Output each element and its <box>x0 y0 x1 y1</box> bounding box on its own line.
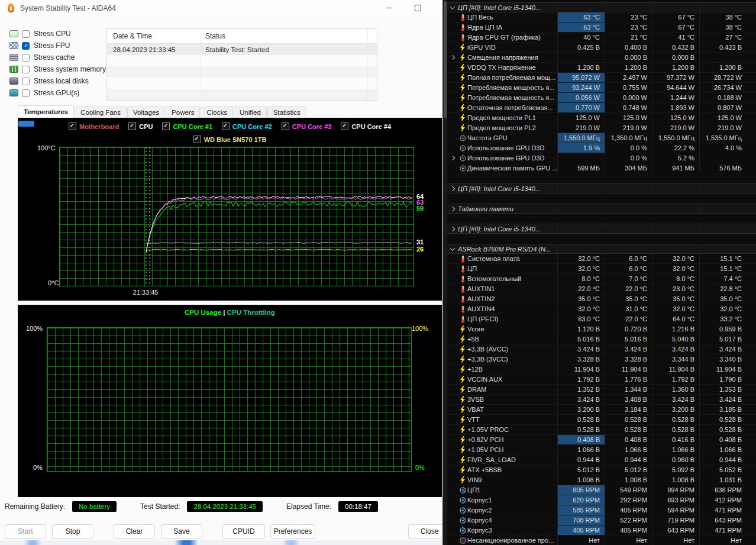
sensor-value: 708 RPM <box>557 515 605 525</box>
sensor-row[interactable]: Корпус4708 RPM522 RPM719 RPM643 RPM <box>447 515 756 525</box>
sensor-row[interactable]: VCCIN AUX1.792 В1.776 В1.792 В1.790 В <box>447 375 756 385</box>
stress-option-cache[interactable]: Stress cache <box>9 51 106 63</box>
legend-checkbox[interactable] <box>162 122 170 130</box>
cpuid-button[interactable]: CPUID <box>222 524 265 539</box>
stress-checkbox[interactable] <box>22 89 30 97</box>
sensor-row[interactable]: Вспомогательный8.0 °C7.0 °C8.0 °C7.4 °C <box>447 274 756 284</box>
stress-option-fpu[interactable]: Stress FPU <box>9 40 106 51</box>
sensor-row[interactable]: Vcore1.120 В0.720 В1.216 В0.959 В <box>447 324 756 334</box>
sensor-row[interactable]: +3,3В (AVCC)3.424 В3.424 В3.424 В3.424 В <box>447 344 756 354</box>
sensor-row[interactable]: AUXTIN235.0 °C35.0 °C35.0 °C35.0 °C <box>447 294 756 304</box>
sensor-row[interactable]: +5В5.016 В5.016 В5.040 В5.017 В <box>447 334 756 344</box>
chevron-right-icon[interactable] <box>447 56 458 59</box>
stress-option-mem[interactable]: Stress system memory <box>9 63 106 75</box>
legend-checkbox[interactable] <box>128 122 136 130</box>
stress-checkbox[interactable] <box>22 30 30 38</box>
sensor-row[interactable]: FIVR_SA_LOAD0.944 В0.944 В0.960 В0.944 В <box>447 455 756 465</box>
sensor-row[interactable]: ATX +5BSB5.012 В5.012 В5.092 В5.052 В <box>447 465 756 475</box>
minimize-button[interactable] <box>376 0 402 16</box>
sensor-section-header[interactable]: ЦП [#0]: Intel Core i5-1340... <box>447 2 756 12</box>
sensor-row[interactable]: Использование GPU D3D0.0 %5.2 % <box>447 153 756 163</box>
sensor-section-header[interactable]: ЦП [#0]: Intel Core i5-1340... <box>447 183 756 194</box>
sensor-row[interactable]: Смещения напряжения0.000 В0.000 В <box>447 53 756 63</box>
sensor-row[interactable]: Динамическая память GPU ...599 МБ304 МБ9… <box>447 163 756 173</box>
sensor-row[interactable]: Полная потребляемая мощ...95.072 W2.497 … <box>447 73 756 83</box>
sensor-row[interactable]: Системная плата32.0 °C6.0 °C32.0 °C15.1 … <box>447 254 756 264</box>
sensor-scrollbar-thumb[interactable] <box>444 1 447 118</box>
tab-unified[interactable]: Unified <box>234 107 267 118</box>
sensor-row[interactable]: Ядра ЦП IA63 °C23 °C67 °C38 °C <box>447 22 756 33</box>
sensor-row[interactable]: Частота GPU1,550.0 МГц1,350.0 МГц1,550.0… <box>447 133 756 143</box>
sensor-row[interactable]: Потребляемая мощность я...0.056 W0.000 W… <box>447 93 756 103</box>
stress-option-disk[interactable]: Stress local disks <box>9 75 106 87</box>
chevron-down-icon[interactable] <box>447 247 458 251</box>
sensor-row[interactable]: ЦП32.0 °C6.0 °C32.0 °C15.1 °C <box>447 264 756 274</box>
sensor-section-header[interactable]: ASRock B760M Pro RS/D4 (N... <box>447 244 756 254</box>
sensor-row[interactable]: Корпус2585 RPM405 RPM594 RPM471 RPM <box>447 505 756 515</box>
chevron-right-icon[interactable] <box>447 207 458 211</box>
sensor-row[interactable]: Предел мощности PL2219.0 W219.0 W219.0 W… <box>447 123 756 133</box>
sensor-value: 15.1 °C <box>699 264 747 273</box>
sensor-row[interactable]: +0.82V PCH0.408 В0.408 В0.416 В0.408 В <box>447 435 756 445</box>
stress-option-gpu[interactable]: Stress GPU(s) <box>9 87 106 99</box>
sensor-row[interactable]: ЦП (PECI)63.0 °C22.0 °C64.0 °C33.2 °C <box>447 314 756 324</box>
sensor-value: 5.016 В <box>605 334 652 344</box>
save-button[interactable]: Save <box>161 524 202 539</box>
legend-checkbox[interactable] <box>222 122 230 130</box>
sensor-row[interactable]: Потребляемая мощность я...93.244 W0.755 … <box>447 83 756 93</box>
log-table-row[interactable]: 28.04.2023 21:33:45Stability Test: Start… <box>107 44 377 55</box>
chevron-down-icon[interactable] <box>447 6 458 9</box>
maximize-button[interactable] <box>405 0 431 16</box>
sensor-row[interactable]: VTT0.528 В0.528 В0.528 В0.528 В <box>447 415 756 425</box>
tab-powers[interactable]: Powers <box>166 107 200 118</box>
sensor-row[interactable]: +1.05V PCH1.066 В1.066 В1.066 В1.066 В <box>447 445 756 455</box>
sensor-scrollbar-track[interactable] <box>443 0 447 545</box>
sensor-row[interactable]: Остаточная потребляемая...0.770 W0.748 W… <box>447 103 756 113</box>
sensor-label: 3VSB <box>467 396 557 403</box>
tab-temperatures[interactable]: Temperatures <box>18 105 74 118</box>
tab-cooling-fans[interactable]: Cooling Fans <box>75 107 127 118</box>
chevron-right-icon[interactable] <box>447 227 458 231</box>
chevron-right-icon[interactable] <box>447 156 458 160</box>
sensor-row[interactable]: Предел мощности PL1125.0 W125.0 W125.0 W… <box>447 113 756 123</box>
stop-button[interactable]: Stop <box>52 524 93 539</box>
row-right-pad <box>747 515 756 525</box>
sensor-row[interactable]: AUXTIN122.0 °C22.0 °C23.0 °C22.8 °C <box>447 284 756 294</box>
stress-checkbox[interactable] <box>22 42 30 50</box>
sensor-row[interactable]: +1.05V PROC0.528 В0.528 В0.528 В0.528 В <box>447 425 756 435</box>
tab-statistics[interactable]: Statistics <box>267 107 306 118</box>
sensor-row[interactable]: iGPU VID0.425 В0.400 В0.432 В0.423 В <box>447 43 756 53</box>
sensor-row[interactable]: ЦП Весь63 °C23 °C67 °C38 °C <box>447 12 756 22</box>
sensor-row[interactable]: +12В11.904 В11.904 В11.904 В11.904 В <box>447 365 756 375</box>
clear-button[interactable]: Clear <box>114 524 155 539</box>
sensor-row[interactable]: +3,3В (3VCC)3.328 В3.328 В3.344 В3.340 В <box>447 354 756 365</box>
preferences-button[interactable]: Preferences <box>270 524 315 539</box>
start-button[interactable]: Start <box>5 524 46 539</box>
sensor-row[interactable]: Корпус3405 RPM405 RPM643 RPM471 RPM <box>447 525 756 536</box>
stress-checkbox[interactable] <box>22 54 30 62</box>
sensor-value <box>605 244 652 254</box>
sensor-row[interactable]: AUXTIN432.0 °C31.0 °C32.0 °C32.0 °C <box>447 304 756 314</box>
stress-option-cpu[interactable]: Stress CPU <box>9 28 106 40</box>
stress-checkbox[interactable] <box>22 66 30 73</box>
sensor-row[interactable]: VIN91.008 В1.008 В1.008 В1.031 В <box>447 475 756 485</box>
sensor-row[interactable]: Ядра CPU GT (графика)40 °C21 °C41 °C27 °… <box>447 33 756 43</box>
legend-checkbox[interactable] <box>193 136 201 143</box>
sensor-row[interactable]: DRAM1.352 В1.344 В1.360 В1.353 В <box>447 385 756 395</box>
tab-clocks[interactable]: Clocks <box>201 107 233 118</box>
legend-checkbox[interactable] <box>341 122 348 130</box>
legend-checkbox[interactable] <box>69 122 76 130</box>
legend-checkbox[interactable] <box>282 122 289 130</box>
tab-voltages[interactable]: Voltages <box>127 107 165 118</box>
sensor-row[interactable]: VDDQ TX Напряжение1.200 В1.200 В1.200 В1… <box>447 63 756 73</box>
sensor-section-header[interactable]: Тайминги памяти <box>447 204 756 214</box>
chevron-right-icon[interactable] <box>447 187 458 191</box>
sensor-row[interactable]: VBAT3.200 В3.184 В3.200 В3.185 В <box>447 405 756 415</box>
sensor-row[interactable]: 3VSB3.424 В3.408 В3.424 В3.424 В <box>447 395 756 405</box>
sensor-section-header[interactable]: ЦП [#0]: Intel Core i5-1340... <box>447 224 756 234</box>
sensor-row[interactable]: ЦП1805 RPM549 RPM994 RPM636 RPM <box>447 485 756 495</box>
sensor-row[interactable]: Использование GPU D3D1.9 %0.0 %22.2 %4.0… <box>447 143 756 153</box>
sensor-row[interactable]: Несанкционированное про...НетНетНетНет <box>447 536 756 545</box>
stress-checkbox[interactable] <box>22 78 30 85</box>
sensor-row[interactable]: Корпус1620 RPM292 RPM693 RPM412 RPM <box>447 495 756 505</box>
